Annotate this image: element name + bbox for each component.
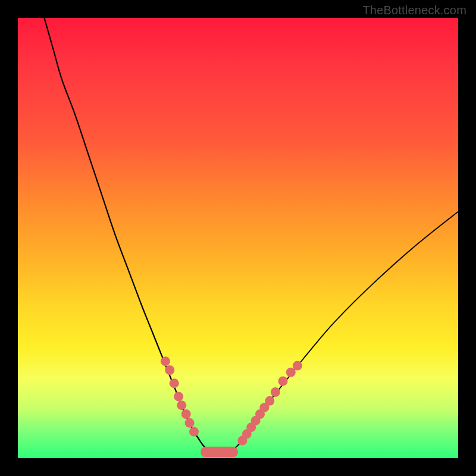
- marker-left-7: [189, 427, 199, 437]
- valley-marker-bar: [201, 447, 238, 458]
- marker-left-3: [174, 392, 183, 401]
- marker-right-10: [293, 361, 302, 371]
- marker-right-8: [278, 377, 287, 386]
- marker-left-1: [165, 365, 174, 375]
- marker-left-5: [181, 409, 191, 419]
- curve-right-branch: [234, 212, 458, 450]
- marker-right-7: [271, 387, 280, 397]
- plot-area: [18, 18, 458, 458]
- marker-left-0: [161, 356, 170, 366]
- source-label: TheBottleneck.com: [362, 4, 466, 17]
- marker-left-2: [170, 378, 179, 388]
- marker-left-6: [185, 418, 195, 428]
- marker-right-6: [265, 396, 274, 406]
- curve-left-branch: [44, 18, 207, 449]
- chart-frame: TheBottleneck.com: [0, 0, 476, 476]
- marker-left-4: [177, 400, 186, 410]
- plot-svg: [18, 18, 458, 458]
